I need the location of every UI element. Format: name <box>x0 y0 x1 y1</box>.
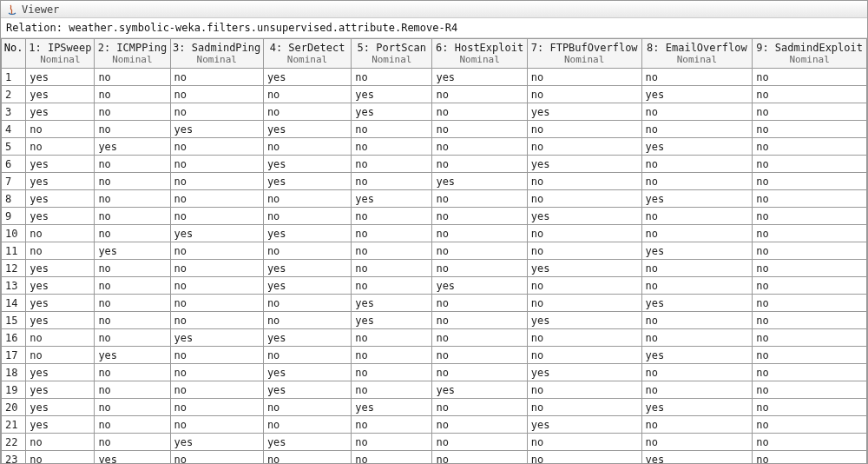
cell[interactable]: no <box>641 277 753 295</box>
cell[interactable]: yes <box>26 173 95 190</box>
cell[interactable]: no <box>95 190 170 208</box>
table-row[interactable]: 12yesnonoyesnonoyesnono <box>2 260 867 277</box>
column-header-ftpbufoverflow[interactable]: 7: FTPBufOverflowNominal <box>527 39 641 69</box>
cell[interactable]: yes <box>26 69 95 86</box>
cell[interactable]: no <box>95 103 170 121</box>
cell[interactable]: yes <box>263 434 351 451</box>
cell[interactable]: no <box>170 260 263 277</box>
cell[interactable]: no <box>26 242 95 260</box>
cell[interactable]: no <box>170 86 263 103</box>
cell[interactable]: no <box>263 347 351 364</box>
cell[interactable]: yes <box>26 156 95 173</box>
cell[interactable]: yes <box>26 208 95 225</box>
cell[interactable]: no <box>95 225 170 242</box>
cell[interactable]: no <box>753 312 867 329</box>
data-table-wrap[interactable]: No.1: IPSweepNominal2: ICMPPingNominal3:… <box>1 38 867 463</box>
cell[interactable]: no <box>432 295 527 312</box>
cell[interactable]: yes <box>26 416 95 434</box>
cell[interactable]: no <box>263 190 351 208</box>
cell[interactable]: no <box>263 138 351 156</box>
cell[interactable]: no <box>527 138 641 156</box>
cell[interactable]: yes <box>527 156 641 173</box>
cell[interactable]: no <box>95 329 170 347</box>
table-row[interactable]: 3yesnononoyesnoyesnono <box>2 103 867 121</box>
cell[interactable]: no <box>263 416 351 434</box>
column-header-ipsweep[interactable]: 1: IPSweepNominal <box>26 39 95 69</box>
cell[interactable]: no <box>263 86 351 103</box>
cell[interactable]: no <box>95 260 170 277</box>
cell[interactable]: no <box>95 277 170 295</box>
cell[interactable]: no <box>170 381 263 399</box>
cell[interactable]: yes <box>641 295 753 312</box>
cell[interactable]: yes <box>263 364 351 381</box>
cell[interactable]: yes <box>527 208 641 225</box>
table-row[interactable]: 8yesnononoyesnonoyesno <box>2 190 867 208</box>
cell[interactable]: yes <box>95 451 170 464</box>
cell[interactable]: no <box>527 225 641 242</box>
cell[interactable]: no <box>753 364 867 381</box>
cell[interactable]: yes <box>26 399 95 416</box>
cell[interactable]: no <box>170 138 263 156</box>
cell[interactable]: no <box>95 434 170 451</box>
cell[interactable]: yes <box>263 329 351 347</box>
cell[interactable]: yes <box>527 312 641 329</box>
cell[interactable]: yes <box>170 225 263 242</box>
cell[interactable]: no <box>352 242 432 260</box>
table-row[interactable]: 11noyesnononononoyesno <box>2 242 867 260</box>
cell[interactable]: no <box>641 329 753 347</box>
table-row[interactable]: 23noyesnononononoyesno <box>2 451 867 464</box>
cell[interactable]: yes <box>352 312 432 329</box>
cell[interactable]: no <box>352 138 432 156</box>
cell[interactable]: yes <box>641 138 753 156</box>
cell[interactable]: no <box>432 156 527 173</box>
cell[interactable]: no <box>641 416 753 434</box>
cell[interactable]: no <box>352 69 432 86</box>
cell[interactable]: no <box>527 381 641 399</box>
cell[interactable]: no <box>26 138 95 156</box>
cell[interactable]: no <box>527 329 641 347</box>
cell[interactable]: no <box>170 399 263 416</box>
cell[interactable]: no <box>753 138 867 156</box>
cell[interactable]: no <box>95 121 170 138</box>
cell[interactable]: no <box>95 399 170 416</box>
table-row[interactable]: 21yesnononononoyesnono <box>2 416 867 434</box>
cell[interactable]: no <box>352 416 432 434</box>
cell[interactable]: no <box>753 86 867 103</box>
cell[interactable]: no <box>641 208 753 225</box>
cell[interactable]: yes <box>352 295 432 312</box>
column-header-hostexploit[interactable]: 6: HostExploitNominal <box>432 39 527 69</box>
cell[interactable]: no <box>26 329 95 347</box>
table-row[interactable]: 14yesnononoyesnonoyesno <box>2 295 867 312</box>
cell[interactable]: no <box>170 451 263 464</box>
cell[interactable]: no <box>170 103 263 121</box>
cell[interactable]: no <box>641 434 753 451</box>
table-row[interactable]: 5noyesnononononoyesno <box>2 138 867 156</box>
cell[interactable]: no <box>95 156 170 173</box>
cell[interactable]: no <box>170 295 263 312</box>
cell[interactable]: no <box>753 225 867 242</box>
cell[interactable]: yes <box>263 260 351 277</box>
cell[interactable]: no <box>527 190 641 208</box>
cell[interactable]: no <box>170 69 263 86</box>
table-row[interactable]: 9yesnononononoyesnono <box>2 208 867 225</box>
cell[interactable]: no <box>170 364 263 381</box>
cell[interactable]: no <box>753 347 867 364</box>
cell[interactable]: no <box>753 399 867 416</box>
cell[interactable]: no <box>95 208 170 225</box>
cell[interactable]: no <box>170 190 263 208</box>
cell[interactable]: no <box>352 121 432 138</box>
cell[interactable]: yes <box>170 329 263 347</box>
table-row[interactable]: 19yesnonoyesnoyesnonono <box>2 381 867 399</box>
cell[interactable]: yes <box>641 86 753 103</box>
cell[interactable]: no <box>26 347 95 364</box>
cell[interactable]: no <box>95 69 170 86</box>
cell[interactable]: no <box>641 69 753 86</box>
cell[interactable]: no <box>527 277 641 295</box>
cell[interactable]: no <box>753 121 867 138</box>
table-row[interactable]: 10nonoyesyesnonononono <box>2 225 867 242</box>
cell[interactable]: no <box>527 69 641 86</box>
table-row[interactable]: 7yesnonoyesnoyesnonono <box>2 173 867 190</box>
cell[interactable]: no <box>527 451 641 464</box>
cell[interactable]: no <box>432 138 527 156</box>
cell[interactable]: no <box>527 173 641 190</box>
